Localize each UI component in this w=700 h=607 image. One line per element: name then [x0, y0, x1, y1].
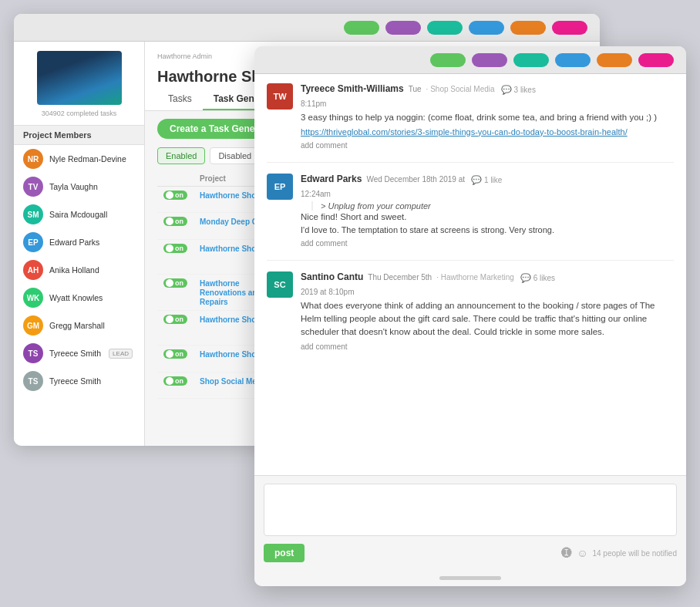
- like-icon: 💬: [471, 175, 482, 185]
- chat-likes: 💬 1 like: [471, 175, 502, 185]
- member-item[interactable]: SMSaira Mcdougall: [14, 201, 144, 228]
- meta-likes-row: Edward ParksWed December 18th 2019 at💬 1…: [301, 174, 674, 187]
- member-list: NRNyle Redman-DevineTVTayla VaughnSMSair…: [14, 145, 144, 395]
- project-link[interactable]: Hawthorne Shop: [200, 350, 261, 359]
- toggle-label: on: [175, 377, 183, 385]
- member-name: Tyreece Smith: [49, 376, 101, 386]
- lead-badge: LEAD: [109, 349, 133, 359]
- like-count: 3 likes: [514, 86, 536, 94]
- home-bar: [439, 576, 501, 580]
- project-link[interactable]: Hawthorne Shop: [200, 244, 261, 253]
- member-avatar: WK: [23, 288, 43, 308]
- chat-context: · Shop Social Media: [426, 85, 495, 93]
- chat-input[interactable]: [264, 484, 677, 536]
- post-button[interactable]: post: [264, 544, 305, 562]
- add-comment-button[interactable]: add comment: [301, 239, 348, 248]
- toggle-cell: on: [157, 275, 194, 311]
- toggle-label: on: [175, 350, 183, 358]
- toggle-label: on: [175, 315, 183, 323]
- reply-quote: > Unplug from your computer: [321, 201, 674, 211]
- chat-avatar: TW: [267, 83, 293, 110]
- chat-body: TWTyreece Smith-WilliamsTue· Shop Social…: [254, 74, 686, 475]
- chat-meta: Edward ParksWed December 18th 2019 at: [301, 174, 465, 184]
- member-avatar: TV: [23, 177, 43, 197]
- pill-pink: [552, 21, 587, 35]
- add-comment-button[interactable]: add comment: [301, 342, 348, 351]
- on-toggle[interactable]: on: [163, 376, 187, 386]
- project-subtitle-text: Hawthorne Admin: [157, 52, 212, 60]
- on-toggle[interactable]: on: [163, 244, 187, 253]
- toggle-label: on: [175, 191, 183, 199]
- chat-message: SCSantino CantuThu December 5th· Hawthor…: [267, 271, 674, 352]
- completed-tasks-label: 304902 completed tasks: [23, 110, 135, 117]
- chat-message: TWTyreece Smith-WilliamsTue· Shop Social…: [267, 83, 674, 151]
- chat-divider: [267, 162, 674, 163]
- on-toggle[interactable]: on: [163, 315, 187, 324]
- project-link[interactable]: Hawthorne Shop: [200, 315, 261, 324]
- main-titlebar: [14, 14, 600, 42]
- chat-text: 3 easy things to help ya noggin: (come f…: [301, 111, 674, 124]
- on-toggle[interactable]: on: [163, 278, 187, 288]
- toggle-dot: [166, 191, 173, 199]
- on-toggle[interactable]: on: [163, 191, 187, 200]
- member-name: Tayla Vaughn: [49, 182, 98, 191]
- project-link[interactable]: Hawthorne Shop: [200, 191, 261, 200]
- home-bar-area: [254, 570, 686, 586]
- chat-content: Santino CantuThu December 5th· Hawthorne…: [301, 271, 674, 352]
- like-icon: 💬: [520, 273, 531, 283]
- chat-pill-purple: [472, 53, 507, 67]
- chat-author: Edward Parks: [301, 174, 362, 184]
- like-count: 6 likes: [533, 274, 555, 282]
- like-icon: 💬: [501, 85, 512, 95]
- col-toggle: [157, 171, 194, 187]
- emoji-icon[interactable]: ☺: [577, 547, 587, 559]
- project-link[interactable]: Hawthorne Renovations and Repairs: [200, 279, 262, 306]
- chat-likes: 💬 3 likes: [501, 85, 536, 95]
- member-name: Wyatt Knowles: [49, 293, 103, 302]
- chat-avatar: SC: [267, 271, 293, 298]
- chat-pill-orange: [597, 53, 632, 67]
- project-subtitle: Hawthorne Admin: [157, 48, 212, 62]
- member-item[interactable]: TSTyreece Smith: [14, 367, 144, 395]
- notify-text: 14 people will be notified: [592, 549, 677, 558]
- chat-avatar: EP: [267, 174, 293, 200]
- filter-enabled-button[interactable]: Enabled: [157, 147, 205, 164]
- member-name: Anika Holland: [49, 265, 99, 275]
- toggle-cell: on: [157, 373, 194, 399]
- member-avatar: TS: [23, 343, 43, 363]
- member-name: Nyle Redman-Devine: [49, 154, 126, 164]
- member-item[interactable]: GMGregg Marshall: [14, 312, 144, 339]
- chat-response-text: I'd love to. The temptation to stare at …: [301, 225, 674, 234]
- member-item[interactable]: EPEdward Parks: [14, 228, 144, 256]
- chat-likes: 💬 6 likes: [520, 273, 555, 283]
- member-avatar: GM: [23, 315, 43, 336]
- member-item[interactable]: AHAnika Holland: [14, 256, 144, 284]
- chat-reply-text: Nice find! Short and sweet.: [301, 211, 674, 224]
- chat-pill-pink: [638, 53, 674, 67]
- pill-purple: [385, 21, 421, 35]
- member-avatar: NR: [23, 149, 43, 169]
- member-item[interactable]: WKWyatt Knowles: [14, 284, 144, 312]
- add-comment-button[interactable]: add comment: [301, 141, 348, 150]
- nav-tab-tasks[interactable]: Tasks: [157, 89, 203, 110]
- format-icon[interactable]: 🅘: [561, 547, 572, 559]
- on-toggle[interactable]: on: [163, 217, 187, 226]
- member-avatar: AH: [23, 260, 43, 280]
- chat-link[interactable]: https://thriveglobal.com/stories/3-simpl…: [301, 127, 674, 137]
- toggle-dot: [166, 377, 173, 385]
- member-name: Edward Parks: [49, 238, 99, 247]
- member-item[interactable]: TSTyreece SmithLEAD: [14, 339, 144, 367]
- member-item[interactable]: NRNyle Redman-Devine: [14, 145, 144, 173]
- project-members-title: Project Members: [14, 125, 144, 145]
- on-toggle[interactable]: on: [163, 349, 187, 359]
- member-avatar: SM: [23, 204, 43, 224]
- filter-disabled-button[interactable]: Disabled: [210, 147, 260, 164]
- toggle-label: on: [175, 279, 183, 287]
- chat-meta: Tyreece Smith-WilliamsTue· Shop Social M…: [301, 83, 495, 94]
- toggle-dot: [166, 244, 173, 252]
- member-item[interactable]: TVTayla Vaughn: [14, 173, 144, 201]
- chat-divider: [267, 260, 674, 261]
- chat-input-area: post 🅘 ☺ 14 people will be notified: [254, 475, 686, 570]
- chat-content: Edward ParksWed December 18th 2019 at💬 1…: [301, 174, 674, 250]
- pill-orange: [510, 21, 546, 35]
